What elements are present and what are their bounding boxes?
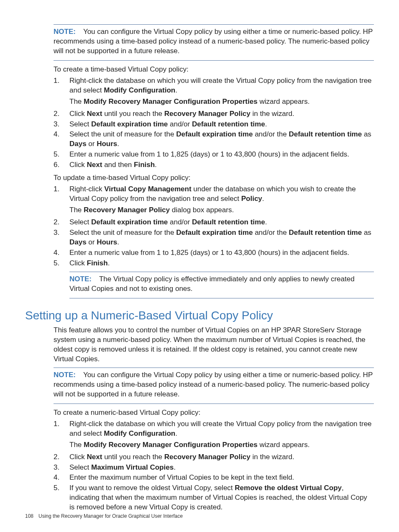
ordered-list: 1. Right-click the database on which you… <box>54 76 374 170</box>
step-number: 6. <box>54 160 69 170</box>
step-number: 2. <box>54 109 69 119</box>
step-body: Select the unit of measure for the Defau… <box>69 228 374 247</box>
step-body: Select the unit of measure for the Defau… <box>69 130 374 149</box>
step-number: 5. <box>54 259 69 268</box>
list-item: 4. Enter the maximum number of Virtual C… <box>54 473 374 483</box>
step-number: 1. <box>54 419 69 452</box>
step-body: Select Default expiration time and/or De… <box>69 120 374 129</box>
step-number: 1. <box>54 76 69 108</box>
step-body: Click Next until you reach the Recovery … <box>69 452 374 462</box>
list-item: 1. Right-click Virtual Copy Management u… <box>54 185 374 217</box>
paragraph: To create a numeric-based Virtual Copy p… <box>54 408 374 418</box>
step-body: Right-click Virtual Copy Management unde… <box>69 185 374 217</box>
list-item: 1. Right-click the database on which you… <box>54 76 374 108</box>
footer-text: Using the Recovery Manager for Oracle Gr… <box>38 513 183 519</box>
step-body: If you want to remove the oldest Virtual… <box>69 483 374 512</box>
note-box: NOTE:You can configure the Virtual Copy … <box>54 24 374 61</box>
page-footer: 108Using the Recovery Manager for Oracle… <box>25 513 183 519</box>
step-body: Right-click the database on which you wi… <box>69 76 374 108</box>
note-label: NOTE: <box>54 371 76 379</box>
note-box: NOTE:The Virtual Copy policy is effectiv… <box>69 272 374 298</box>
step-number: 3. <box>54 120 69 129</box>
ordered-list: 1. Right-click the database on which you… <box>54 419 374 512</box>
page-number: 108 <box>25 513 33 519</box>
step-body: Select Default expiration time and/or De… <box>69 218 374 227</box>
step-body: Enter a numeric value from 1 to 1,825 (d… <box>69 150 374 159</box>
list-item: 1. Right-click the database on which you… <box>54 419 374 452</box>
step-body: Right-click the database on which you wi… <box>69 419 374 452</box>
note-label: NOTE: <box>54 28 76 36</box>
step-number: 5. <box>54 483 69 512</box>
list-item: 4. Enter a numeric value from 1 to 1,825… <box>54 248 374 258</box>
note-label: NOTE: <box>69 275 92 283</box>
step-body: Enter the maximum number of Virtual Copi… <box>69 473 374 483</box>
list-item: 2. Click Next until you reach the Recove… <box>54 452 374 462</box>
step-number: 4. <box>54 130 69 149</box>
list-item: 2. Click Next until you reach the Recove… <box>54 109 374 119</box>
step-body: Click Next and then Finish. <box>69 160 374 170</box>
list-item: 5. If you want to remove the oldest Virt… <box>54 483 374 512</box>
list-item: 2. Select Default expiration time and/or… <box>54 218 374 227</box>
step-body: Enter a numeric value from 1 to 1,825 (d… <box>69 248 374 258</box>
step-number: 5. <box>54 150 69 159</box>
note-box: NOTE:You can configure the Virtual Copy … <box>54 368 374 404</box>
step-body: Click Next until you reach the Recovery … <box>69 109 374 119</box>
step-body: Click Finish. <box>69 259 374 268</box>
paragraph: To update a time-based Virtual Copy poli… <box>54 173 374 183</box>
paragraph: This feature allows you to control the n… <box>54 326 374 364</box>
note-text: The Virtual Copy policy is effective imm… <box>69 275 355 293</box>
list-item: 3. Select the unit of measure for the De… <box>54 228 374 247</box>
section-heading: Setting up a Numeric-Based Virtual Copy … <box>25 308 374 324</box>
step-number: 3. <box>54 463 69 473</box>
step-number: 4. <box>54 248 69 258</box>
list-item: 5. Click Finish. <box>54 259 374 268</box>
step-number: 1. <box>54 185 69 217</box>
paragraph: To create a time-based Virtual Copy poli… <box>54 65 374 75</box>
list-item: 3. Select Maximum Virtual Copies. <box>54 463 374 473</box>
step-number: 3. <box>54 228 69 247</box>
step-body: Select Maximum Virtual Copies. <box>69 463 374 473</box>
step-number: 2. <box>54 452 69 462</box>
step-number: 2. <box>54 218 69 227</box>
list-item: 6. Click Next and then Finish. <box>54 160 374 170</box>
step-number: 4. <box>54 473 69 483</box>
note-text: You can configure the Virtual Copy polic… <box>54 28 373 55</box>
note-text: You can configure the Virtual Copy polic… <box>54 371 373 398</box>
list-item: 3. Select Default expiration time and/or… <box>54 120 374 129</box>
list-item: 5. Enter a numeric value from 1 to 1,825… <box>54 150 374 159</box>
list-item: 4. Select the unit of measure for the De… <box>54 130 374 149</box>
ordered-list: 1. Right-click Virtual Copy Management u… <box>54 185 374 268</box>
